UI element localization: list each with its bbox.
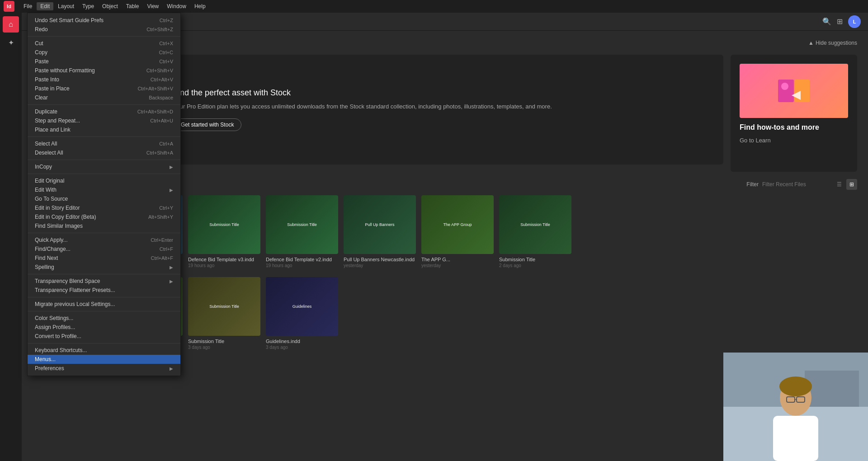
- menu-item-convert-profile[interactable]: Convert to Profile...: [28, 332, 180, 341]
- menu-item-find-similar-label: Find Similar Images: [35, 223, 173, 229]
- menu-item-paste-into-shortcut: Ctrl+Alt+V: [151, 77, 173, 82]
- menu-item-paste-in-place[interactable]: Paste in Place Ctrl+Alt+Shift+V: [28, 84, 180, 93]
- menu-item-migrate[interactable]: Migrate previous Local Settings...: [28, 300, 180, 309]
- menu-item-edit-with[interactable]: Edit With ▶: [28, 185, 180, 194]
- go-to-learn-link[interactable]: Go to Learn: [740, 137, 848, 144]
- menu-item-cut-label: Cut: [35, 40, 152, 47]
- menu-item-paste-no-format[interactable]: Paste without Formatting Ctrl+Shift+V: [28, 66, 180, 75]
- file-time-3: 19 hours ago: [188, 263, 260, 268]
- menu-item-clear[interactable]: Clear Backspace: [28, 93, 180, 102]
- menu-item-redo[interactable]: Redo Ctrl+Shift+Z: [28, 25, 180, 34]
- hide-suggestions-button[interactable]: ▲ Hide suggestions: [808, 40, 857, 46]
- video-person-container: [723, 353, 868, 461]
- menu-item-edit-copy-shortcut: Alt+Shift+Y: [148, 214, 173, 220]
- menu-item-edit-original[interactable]: Edit Original: [28, 176, 180, 185]
- file-thumb-11: Guidelines: [266, 277, 338, 336]
- menu-item-place-link[interactable]: Place and Link: [28, 125, 180, 134]
- menu-item-deselect-all[interactable]: Deselect All Ctrl+Shift+A: [28, 148, 180, 157]
- menu-item-menus[interactable]: Menus...: [28, 355, 180, 364]
- file-card-3[interactable]: Submission Title Defence Bid Template v3…: [188, 195, 260, 268]
- menu-item-assign-profiles[interactable]: Assign Profiles...: [28, 323, 180, 332]
- filter-input[interactable]: [762, 181, 830, 188]
- menu-layout[interactable]: Layout: [54, 2, 78, 10]
- menu-item-select-all[interactable]: Select All Ctrl+A: [28, 139, 180, 148]
- file-thumb-10: Submission Title: [188, 277, 260, 336]
- file-thumb-7: Submission Title: [499, 195, 571, 254]
- view-toggle: ☰ ⊞: [834, 179, 857, 190]
- menu-edit[interactable]: Edit: [37, 2, 53, 10]
- menu-view[interactable]: View: [143, 2, 162, 10]
- separator-6: [28, 233, 180, 233]
- menu-items: File Edit Layout Type Object Table View …: [20, 2, 209, 10]
- svg-rect-12: [773, 416, 818, 461]
- menu-section-transparency: Transparency Blend Space ▶ Transparency …: [28, 276, 180, 296]
- menu-item-paste-into[interactable]: Paste Into Ctrl+Alt+V: [28, 75, 180, 84]
- file-thumb-3: Submission Title: [188, 195, 260, 254]
- menu-item-find-similar[interactable]: Find Similar Images: [28, 221, 180, 230]
- menu-item-preferences[interactable]: Preferences ▶: [28, 364, 180, 373]
- menu-item-go-to-source[interactable]: Go To Source: [28, 194, 180, 203]
- grid-view-button[interactable]: ⊞: [846, 179, 857, 190]
- menu-item-step-repeat-shortcut: Ctrl+Alt+U: [150, 118, 173, 123]
- file-card-4[interactable]: Submission Title Defence Bid Template v2…: [266, 195, 338, 268]
- list-view-button[interactable]: ☰: [834, 179, 844, 190]
- separator-9: [28, 311, 180, 311]
- menu-object[interactable]: Object: [99, 2, 122, 10]
- menu-item-assign-profiles-label: Assign Profiles...: [35, 324, 173, 330]
- menu-item-edit-copy[interactable]: Edit in Copy Editor (Beta) Alt+Shift+Y: [28, 212, 180, 221]
- stock-text: Find the perfect asset with Stock Your P…: [173, 88, 712, 131]
- menu-item-preferences-label: Preferences: [35, 365, 166, 372]
- menu-item-duplicate[interactable]: Duplicate Ctrl+Alt+Shift+D: [28, 107, 180, 116]
- file-card-10[interactable]: Submission Title Submission Title 3 days…: [188, 277, 260, 350]
- menu-item-copy[interactable]: Copy Ctrl+C: [28, 48, 180, 57]
- menu-item-find-change[interactable]: Find/Change... Ctrl+F: [28, 245, 180, 254]
- menu-file[interactable]: File: [20, 2, 36, 10]
- menu-item-incopy[interactable]: InCopy ▶: [28, 162, 180, 171]
- menu-window[interactable]: Window: [163, 2, 190, 10]
- menu-section-clipboard: Cut Ctrl+X Copy Ctrl+C Paste Ctrl+V Past…: [28, 38, 180, 103]
- menu-table[interactable]: Table: [123, 2, 143, 10]
- file-time-10: 3 days ago: [188, 345, 260, 350]
- menu-item-spelling[interactable]: Spelling ▶: [28, 263, 180, 272]
- menu-item-quick-apply[interactable]: Quick Apply... Ctrl+Enter: [28, 235, 180, 245]
- recent-right: Filter ☰ ⊞: [746, 179, 857, 190]
- avatar[interactable]: L: [848, 15, 861, 28]
- menu-item-paste-no-format-shortcut: Ctrl+Shift+V: [146, 68, 173, 73]
- sidebar-home-icon[interactable]: ⌂: [3, 16, 19, 33]
- file-card-11[interactable]: Guidelines Guidelines.indd 3 days ago: [266, 277, 338, 350]
- file-card-6[interactable]: The APP Group The APP G... yesterday: [421, 195, 494, 268]
- menu-item-deselect-all-shortcut: Ctrl+Shift+A: [146, 150, 173, 155]
- svg-rect-6: [805, 371, 859, 407]
- menu-item-edit-story[interactable]: Edit in Story Editor Ctrl+Y: [28, 203, 180, 212]
- menu-item-step-repeat[interactable]: Step and Repeat... Ctrl+Alt+U: [28, 116, 180, 125]
- menu-type[interactable]: Type: [79, 2, 98, 10]
- menu-item-convert-profile-label: Convert to Profile...: [35, 333, 173, 339]
- sidebar-learn-icon[interactable]: ✦: [3, 34, 19, 51]
- search-icon[interactable]: 🔍: [822, 17, 831, 26]
- menu-help[interactable]: Help: [191, 2, 209, 10]
- menu-item-find-next-label: Find Next: [35, 255, 143, 261]
- file-card-7[interactable]: Submission Title Submission Title 2 days…: [499, 195, 571, 268]
- stock-heading: Find the perfect asset with Stock: [173, 88, 712, 98]
- menu-item-find-change-shortcut: Ctrl+F: [160, 246, 173, 252]
- menu-section-incopy: InCopy ▶: [28, 161, 180, 172]
- menu-item-keyboard-shortcuts[interactable]: Keyboard Shortcuts...: [28, 346, 180, 355]
- howtos-heading: Find how-tos and more: [740, 123, 848, 132]
- file-card-5[interactable]: Pull Up Banners Pull Up Banners Newcastl…: [344, 195, 416, 268]
- menu-item-incopy-arrow: ▶: [170, 165, 173, 169]
- menu-item-transparency-blend[interactable]: Transparency Blend Space ▶: [28, 277, 180, 286]
- filter-button[interactable]: Filter: [746, 181, 759, 188]
- menu-item-find-next-shortcut: Ctrl+Alt+F: [151, 255, 173, 261]
- menu-item-transparency-flattener[interactable]: Transparency Flattener Presets...: [28, 286, 180, 295]
- file-time-5: yesterday: [344, 263, 416, 268]
- grid-icon[interactable]: ⊞: [837, 17, 843, 26]
- menu-item-color-settings[interactable]: Color Settings...: [28, 314, 180, 323]
- menu-item-redo-shortcut: Ctrl+Shift+Z: [146, 27, 173, 32]
- menu-item-undo[interactable]: Undo Set Smart Guide Prefs Ctrl+Z: [28, 16, 180, 25]
- menu-item-find-next[interactable]: Find Next Ctrl+Alt+F: [28, 254, 180, 263]
- menu-item-paste[interactable]: Paste Ctrl+V: [28, 57, 180, 66]
- left-sidebar: ⌂ ✦: [0, 13, 22, 461]
- get-started-stock-button[interactable]: Get started with Stock: [173, 118, 241, 131]
- menu-section-select: Select All Ctrl+A Deselect All Ctrl+Shif…: [28, 138, 180, 158]
- menu-item-cut[interactable]: Cut Ctrl+X: [28, 39, 180, 48]
